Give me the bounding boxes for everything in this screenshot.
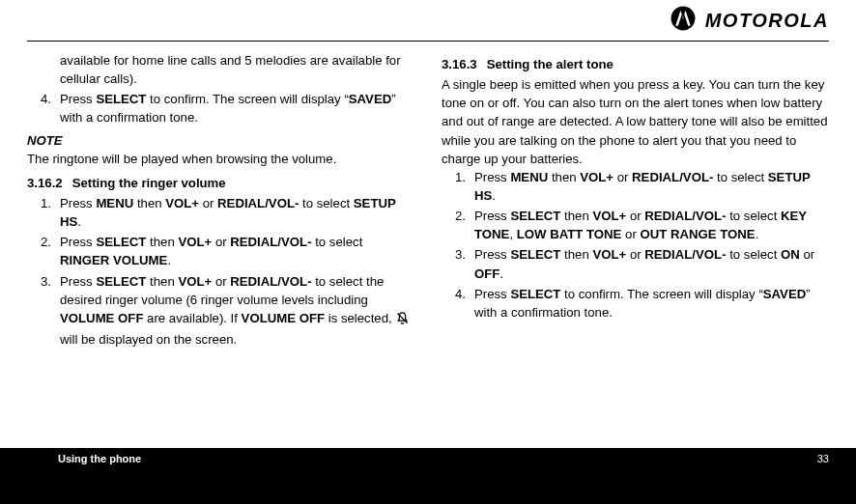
subsection-title: Setting the alert tone [487,57,613,71]
header: MOTOROLA [0,0,856,41]
step-text: Press MENU then VOL+ or REDIAL/VOL- to s… [60,196,396,229]
manual-page: MOTOROLA available for home line calls a… [0,0,856,504]
subsection-heading-3-16-3: 3.16.3Setting the alert tone [442,55,829,73]
step-text: Press SELECT to confirm. The screen will… [474,287,811,320]
step-number: 1. [455,168,466,186]
right-column: 3.16.3Setting the alert tone A single be… [428,51,829,350]
content: available for home line calls and 5 melo… [0,42,856,350]
step-1: 1. Press MENU then VOL+ or REDIAL/VOL- t… [455,168,829,205]
bell-off-icon [395,311,410,330]
brand-name: MOTOROLA [705,10,829,32]
bottom-strip [0,469,856,504]
footer: Using the phone 33 [0,448,856,469]
step-text: Press SELECT then VOL+ or REDIAL/VOL- to… [60,235,362,267]
intro-paragraph: A single beep is emitted when you press … [442,75,829,168]
step-text: Press SELECT to confirm. The screen will… [60,92,396,125]
step-1: 1. Press MENU then VOL+ or REDIAL/VOL- t… [41,194,414,231]
step-number: 2. [455,207,466,225]
note-body: The ringtone will be played when browsin… [27,150,414,168]
previous-step-continuation: available for home line calls and 5 melo… [27,51,414,88]
step-text: Press SELECT then VOL+ or REDIAL/VOL- to… [474,209,807,241]
subsection-heading-3-16-2: 3.16.2Setting the ringer volume [27,174,414,192]
step-number: 4. [455,285,466,303]
steps-list-3-16-2: 1. Press MENU then VOL+ or REDIAL/VOL- t… [27,194,414,349]
step-text: Press SELECT then VOL+ or REDIAL/VOL- to… [60,274,410,347]
step-text: Press MENU then VOL+ or REDIAL/VOL- to s… [474,170,811,203]
step-2: 2. Press SELECT then VOL+ or REDIAL/VOL-… [455,207,829,243]
step-number: 3. [41,272,51,291]
left-column: available for home line calls and 5 melo… [27,51,428,350]
step-number: 4. [41,90,51,108]
footer-section-label: Using the phone [58,453,141,464]
step-text: Press SELECT then VOL+ or REDIAL/VOL- to… [474,247,814,280]
subsection-number: 3.16.3 [442,57,477,71]
steps-list-prev: 4. Press SELECT to confirm. The screen w… [27,90,414,126]
subsection-number: 3.16.2 [27,176,63,190]
step-4: 4. Press SELECT to confirm. The screen w… [41,90,414,126]
step-2: 2. Press SELECT then VOL+ or REDIAL/VOL-… [41,233,414,269]
step-3: 3. Press SELECT then VOL+ or REDIAL/VOL-… [455,245,829,282]
step-number: 2. [41,233,51,251]
steps-list-3-16-3: 1. Press MENU then VOL+ or REDIAL/VOL- t… [442,168,829,322]
motorola-logo-icon [671,6,696,35]
step-number: 3. [455,245,466,264]
step-3: 3. Press SELECT then VOL+ or REDIAL/VOL-… [41,272,414,350]
step-4: 4. Press SELECT to confirm. The screen w… [455,285,829,322]
step-number: 1. [41,194,51,212]
subsection-title: Setting the ringer volume [72,176,226,190]
note-heading: NOTE [27,131,414,150]
page-number: 33 [817,453,829,464]
